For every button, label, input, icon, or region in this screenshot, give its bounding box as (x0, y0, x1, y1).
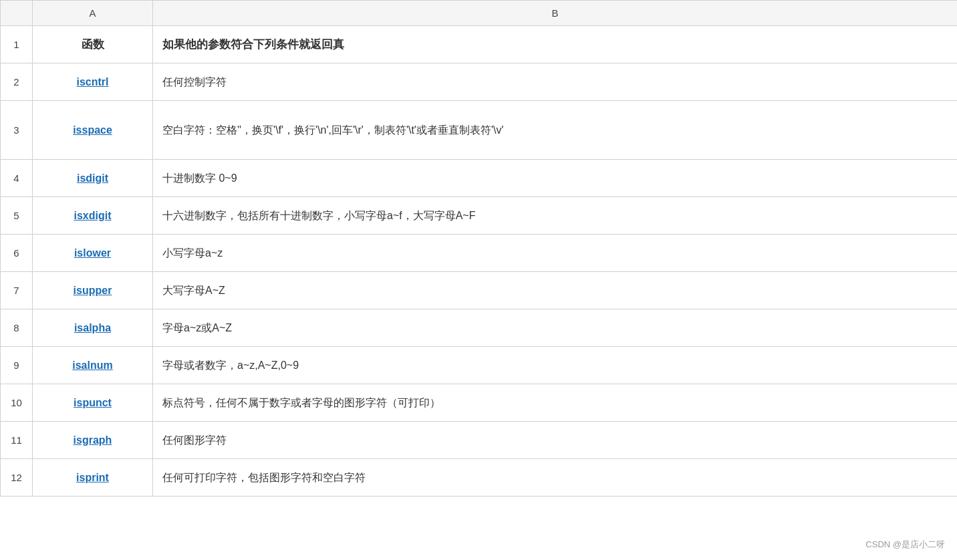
row-2-col-a[interactable]: iscntrl (33, 63, 153, 101)
func-link-isalpha[interactable]: isalpha (42, 322, 143, 334)
row-num-11: 11 (1, 422, 33, 459)
spreadsheet: A B 1函数如果他的参数符合下列条件就返回真2iscntrl任何控制字符3is… (0, 0, 957, 560)
row-num-4: 4 (1, 160, 33, 197)
table-row: 2iscntrl任何控制字符 (1, 63, 958, 101)
table-row: 7isupper大写字母A~Z (1, 272, 958, 309)
row-num-7: 7 (1, 272, 33, 309)
row-8-col-a[interactable]: isalpha (33, 309, 153, 347)
row-num-10: 10 (1, 384, 33, 422)
row-6-col-a[interactable]: islower (33, 235, 153, 272)
func-link-islower[interactable]: islower (42, 247, 143, 259)
table-row: 10ispunct标点符号，任何不属于数字或者字母的图形字符（可打印） (1, 384, 958, 422)
table-row: 4isdigit十进制数字 0~9 (1, 160, 958, 197)
table-row: 8isalpha字母a~z或A~Z (1, 309, 958, 347)
corner-cell (1, 1, 33, 26)
table-row: 12isprint任何可打印字符，包括图形字符和空白字符 (1, 459, 958, 497)
row-num-5: 5 (1, 197, 33, 235)
row-5-col-b: 十六进制数字，包括所有十进制数字，小写字母a~f，大写字母A~F (153, 197, 958, 235)
row-7-col-a[interactable]: isupper (33, 272, 153, 309)
row-10-col-a[interactable]: ispunct (33, 384, 153, 422)
column-b-header: B (153, 1, 958, 26)
row-num-12: 12 (1, 459, 33, 497)
row-5-col-a[interactable]: isxdigit (33, 197, 153, 235)
table-row: 3isspace空白字符：空格''，换页'\f'，换行'\n',回车'\r'，制… (1, 101, 958, 160)
column-header-row: A B (1, 1, 958, 26)
func-link-iscntrl[interactable]: iscntrl (42, 76, 143, 88)
row-1-col-b: 如果他的参数符合下列条件就返回真 (153, 26, 958, 63)
row-12-col-a[interactable]: isprint (33, 459, 153, 497)
table-row: 11isgraph任何图形字符 (1, 422, 958, 459)
row-4-col-a[interactable]: isdigit (33, 160, 153, 197)
row-9-col-b: 字母或者数字，a~z,A~Z,0~9 (153, 347, 958, 384)
row-num-3: 3 (1, 101, 33, 160)
table-row: 6islower小写字母a~z (1, 235, 958, 272)
table-row: 1函数如果他的参数符合下列条件就返回真 (1, 26, 958, 63)
func-link-ispunct[interactable]: ispunct (42, 397, 143, 409)
row-3-col-a[interactable]: isspace (33, 101, 153, 160)
func-link-isdigit[interactable]: isdigit (42, 172, 143, 184)
row-4-col-b: 十进制数字 0~9 (153, 160, 958, 197)
row-11-col-b: 任何图形字符 (153, 422, 958, 459)
row-10-col-b: 标点符号，任何不属于数字或者字母的图形字符（可打印） (153, 384, 958, 422)
row-12-col-b: 任何可打印字符，包括图形字符和空白字符 (153, 459, 958, 497)
row-2-col-b: 任何控制字符 (153, 63, 958, 101)
table-row: 9isalnum字母或者数字，a~z,A~Z,0~9 (1, 347, 958, 384)
func-link-isgraph[interactable]: isgraph (42, 434, 143, 446)
func-link-isupper[interactable]: isupper (42, 285, 143, 297)
func-link-isxdigit[interactable]: isxdigit (42, 210, 143, 222)
row-9-col-a[interactable]: isalnum (33, 347, 153, 384)
row-num-6: 6 (1, 235, 33, 272)
row-6-col-b: 小写字母a~z (153, 235, 958, 272)
table-row: 5isxdigit十六进制数字，包括所有十进制数字，小写字母a~f，大写字母A~… (1, 197, 958, 235)
row-3-col-b: 空白字符：空格''，换页'\f'，换行'\n',回车'\r'，制表符'\t'或者… (153, 101, 958, 160)
row-num-1: 1 (1, 26, 33, 63)
row-num-9: 9 (1, 347, 33, 384)
row-num-8: 8 (1, 309, 33, 347)
func-link-isspace[interactable]: isspace (42, 124, 143, 136)
watermark-label: CSDN @是店小二呀 (865, 539, 945, 551)
row-8-col-b: 字母a~z或A~Z (153, 309, 958, 347)
row-7-col-b: 大写字母A~Z (153, 272, 958, 309)
row-1-col-a: 函数 (33, 26, 153, 63)
func-link-isprint[interactable]: isprint (42, 472, 143, 484)
func-link-isalnum[interactable]: isalnum (42, 360, 143, 372)
column-a-header: A (33, 1, 153, 26)
row-11-col-a[interactable]: isgraph (33, 422, 153, 459)
row-num-2: 2 (1, 63, 33, 101)
